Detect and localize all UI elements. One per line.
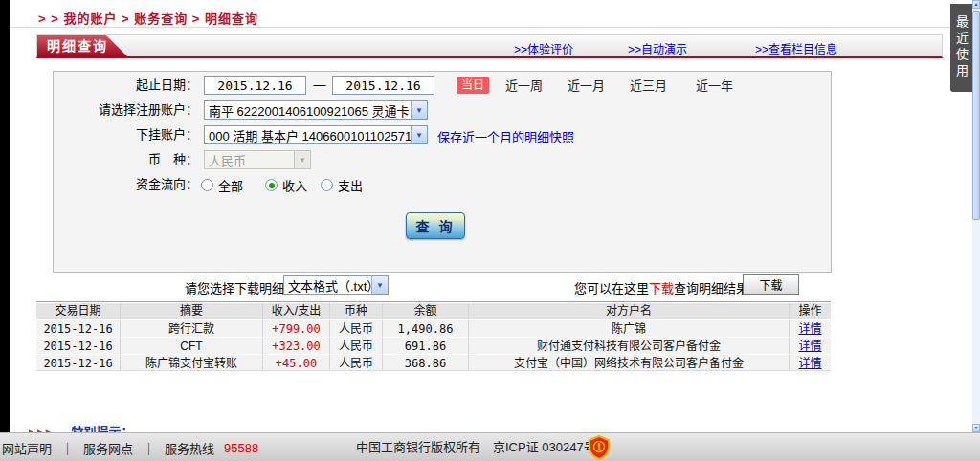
range-last-week[interactable]: 近一周: [505, 76, 543, 94]
transaction-table: 交易日期 摘要 收入/支出 币种 余额 对方户名 操作 2015-12-16 跨…: [36, 303, 831, 371]
panel-header: 明细查询 >>体验评价 >>自动演示 >>查看栏目信息: [36, 34, 943, 58]
footer: 网站声明 ｜ 服务网点 ｜ 服务热线 95588 中国工商银行版权所有 京ICP…: [0, 432, 980, 461]
header-divider: [10, 27, 972, 28]
currency-value: 人民币: [205, 151, 294, 169]
left-edge-strip: [0, 0, 10, 432]
date-from-input[interactable]: [204, 76, 306, 95]
icbc-badge-icon: [587, 435, 612, 460]
today-button[interactable]: 当日: [457, 77, 489, 94]
radio-icon: [201, 179, 213, 191]
footer-separator: ｜: [143, 439, 155, 457]
col-header-balance: 余额: [383, 303, 469, 319]
cell-amount: +45.00: [263, 355, 330, 370]
scrollbar-thumb[interactable]: [972, 11, 980, 220]
cell-balance: 1,490.86: [383, 320, 469, 337]
col-header-date: 交易日期: [36, 303, 121, 319]
date-range-label: 起止日期：: [54, 76, 198, 95]
cell-balance: 368.86: [383, 355, 469, 370]
radio-checked-icon: [265, 179, 278, 191]
footer-left: 网站声明 ｜ 服务网点 ｜ 服务热线 95588: [2, 433, 258, 461]
flow-radio-income-label: 收入: [282, 176, 307, 194]
service-outlets-link[interactable]: 服务网点: [83, 439, 133, 457]
table-row: 2015-12-16 CFT +323.00 人民币 691.86 财付通支付科…: [36, 337, 831, 354]
range-last-year[interactable]: 近一年: [696, 76, 733, 94]
cell-summary: 陈广锦支付宝转账: [121, 355, 263, 370]
col-header-summary: 摘要: [121, 303, 263, 319]
table-row: 2015-12-16 跨行汇款 +799.00 人民币 1,490.86 陈广锦…: [36, 319, 831, 337]
table-header-row: 交易日期 摘要 收入/支出 币种 余额 对方户名 操作: [36, 303, 831, 319]
experience-rating-link[interactable]: >>体验评价: [514, 40, 573, 56]
download-hint-prefix: 您可以在这里: [574, 281, 649, 296]
flow-radio-expense-label: 支出: [338, 176, 363, 194]
cell-currency: 人民币: [330, 338, 383, 354]
scroll-up-icon[interactable]: ▲: [972, 0, 980, 9]
download-hint: 您可以在这里下载查询明细结果: [574, 278, 748, 296]
sub-account-value: 000 活期 基本户 1406600101102571848: [205, 126, 411, 144]
registered-account-select[interactable]: 南平 6222001406100921065 灵通卡 ▼: [204, 100, 428, 120]
chevron-down-icon: ▼: [294, 151, 310, 168]
download-format-value: 文本格式（.txt）: [284, 276, 371, 295]
detail-link[interactable]: 详情: [798, 340, 821, 353]
cell-counterparty: 陈广锦: [469, 320, 790, 337]
download-hint-suffix: 查询明细结果: [674, 281, 748, 296]
cell-counterparty: 支付宝（中国）网络技术有限公司客户备付金: [469, 355, 790, 370]
tab-detail-query[interactable]: 明细查询: [37, 35, 127, 56]
radio-icon: [321, 179, 333, 191]
cell-balance: 691.86: [383, 338, 469, 354]
date-to-input[interactable]: [332, 76, 434, 95]
hotline-number: 95588: [224, 441, 258, 455]
col-header-currency: 币种: [330, 303, 383, 319]
hotline-label: 服务热线: [165, 439, 214, 457]
table-top-divider: [36, 301, 831, 302]
auto-demo-link[interactable]: >>自动演示: [628, 40, 687, 56]
scrollbar[interactable]: ▲ ▼: [972, 0, 980, 432]
range-last-month[interactable]: 近一月: [568, 76, 605, 94]
col-header-action: 操作: [790, 303, 831, 319]
view-column-info-link[interactable]: >>查看栏目信息: [755, 40, 837, 56]
chevron-down-icon: ▼: [411, 126, 427, 143]
flow-radio-all[interactable]: 全部: [201, 176, 243, 194]
sub-account-select[interactable]: 000 活期 基本户 1406600101102571848 ▼: [204, 125, 428, 144]
cell-currency: 人民币: [330, 355, 383, 370]
download-format-select[interactable]: 文本格式（.txt） ▼: [283, 275, 389, 295]
cell-summary: CFT: [121, 338, 263, 354]
currency-label: 币 种：: [54, 150, 198, 169]
col-header-counterparty: 对方户名: [469, 303, 790, 319]
query-form: 起止日期： — 当日 近一周 近一月 近三月 近一年 请选择注册账户： 南平 6…: [53, 71, 832, 273]
chevron-down-icon: ▼: [411, 101, 427, 119]
chevron-down-icon: ▼: [371, 276, 388, 294]
fund-flow-label: 资金流向：: [54, 175, 198, 194]
table-row: 2015-12-16 陈广锦支付宝转账 +45.00 人民币 368.86 支付…: [36, 354, 831, 371]
range-last-3-months[interactable]: 近三月: [630, 76, 667, 94]
col-header-amount: 收入/支出: [263, 303, 330, 319]
copyright-text: 中国工商银行版权所有 京ICP证 030247号: [356, 433, 596, 461]
detail-link[interactable]: 详情: [798, 357, 821, 370]
cell-currency: 人民币: [330, 320, 383, 337]
cell-amount: +799.00: [263, 320, 330, 337]
query-button[interactable]: 查 询: [406, 212, 465, 239]
cell-counterparty: 财付通支付科技有限公司客户备付金: [469, 338, 790, 354]
save-snapshot-link[interactable]: 保存近一个月的明细快照: [437, 127, 574, 145]
cell-date: 2015-12-16: [36, 320, 121, 337]
flow-radio-expense[interactable]: 支出: [321, 176, 363, 194]
download-button[interactable]: 下载: [743, 274, 799, 295]
recent-use-tab[interactable]: 最近使用: [950, 4, 972, 92]
sub-account-label: 下挂账户：: [54, 125, 198, 144]
registered-account-label: 请选择注册账户：: [54, 100, 198, 120]
scroll-down-icon[interactable]: ▼: [972, 424, 980, 432]
cell-date: 2015-12-16: [36, 338, 121, 354]
flow-radio-all-label: 全部: [218, 176, 243, 194]
breadcrumb[interactable]: > > 我的账户 > 账务查询 > 明细查询: [38, 9, 258, 27]
flow-radio-income[interactable]: 收入: [265, 176, 307, 194]
registered-account-value: 南平 6222001406100921065 灵通卡: [205, 101, 411, 120]
footer-separator: ｜: [61, 439, 74, 457]
cell-amount: +323.00: [263, 338, 330, 354]
site-statement-link[interactable]: 网站声明: [2, 439, 52, 457]
currency-select: 人民币 ▼: [204, 150, 311, 169]
date-separator: —: [310, 76, 329, 95]
detail-link[interactable]: 详情: [798, 322, 821, 336]
cell-date: 2015-12-16: [36, 355, 121, 370]
cell-summary: 跨行汇款: [121, 320, 263, 337]
download-hint-highlight: 下载: [649, 281, 674, 296]
